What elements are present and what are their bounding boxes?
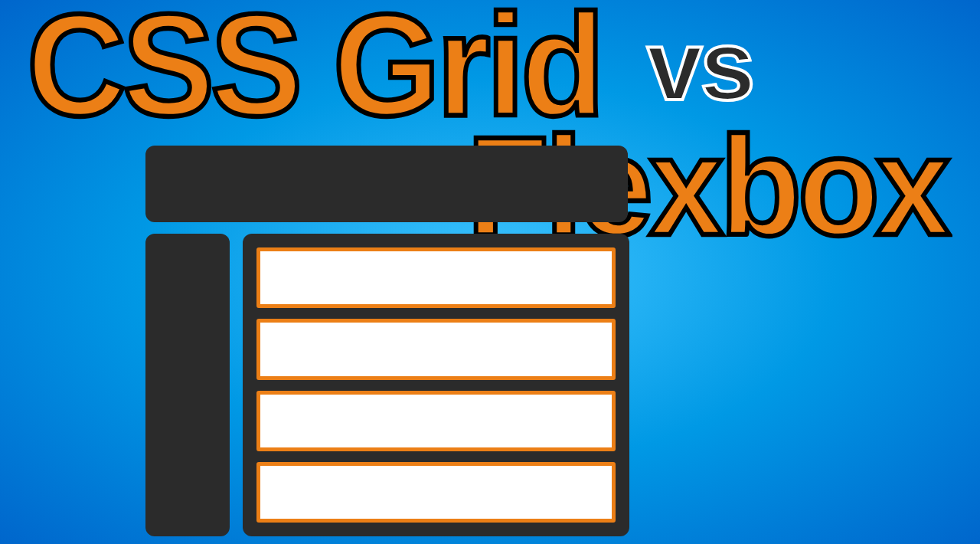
flex-row-item <box>256 247 616 308</box>
flex-row-item <box>256 319 616 379</box>
flex-row-item <box>256 391 616 451</box>
grid-header-block <box>145 146 628 222</box>
title-vs: vs <box>647 15 753 115</box>
flex-row-item <box>256 462 616 523</box>
grid-sidebar-block <box>145 234 230 536</box>
grid-content-block <box>243 234 629 536</box>
